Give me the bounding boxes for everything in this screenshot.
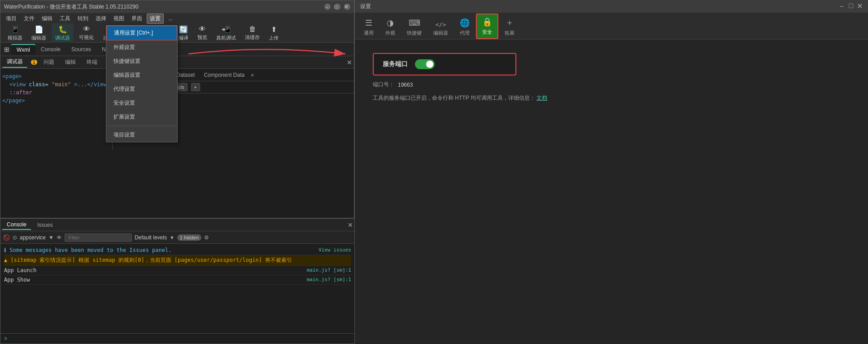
sec-tab-edit[interactable]: 编辑 xyxy=(61,57,80,67)
service-port-toggle[interactable] xyxy=(415,59,435,69)
console-line-4-source[interactable]: main.js? [sm]:1 xyxy=(307,277,351,282)
dropdown-item-appearance[interactable]: 外观设置 xyxy=(106,40,177,54)
menu-tools[interactable]: 工具 xyxy=(57,14,73,23)
shortcuts-icon: ⌨ xyxy=(409,18,420,28)
settings-tab-proxy[interactable]: 🌐 代理 xyxy=(454,15,475,39)
settings-dropdown-menu: 通用设置 [Ctrl+,] 外观设置 快捷键设置 编辑器设置 代理设置 安全设置… xyxy=(106,25,178,142)
dropdown-item-general[interactable]: 通用设置 [Ctrl+,] xyxy=(106,26,177,40)
menu-interface[interactable]: 界面 xyxy=(129,14,145,23)
menu-project[interactable]: 项目 xyxy=(3,14,19,23)
settings-tab-shortcuts[interactable]: ⌨ 快捷键 xyxy=(401,15,427,39)
console-area: Console Issues ✕ 🚫 ⊙ appservice ▼ 👁 Defa… xyxy=(0,218,355,344)
tab-sources[interactable]: Sources xyxy=(66,44,96,54)
styles-tab-component[interactable]: Component Data xyxy=(199,71,249,79)
sec-tab-debugger[interactable]: 调试器 xyxy=(2,57,27,68)
settings-maximize-btn[interactable]: □ xyxy=(849,2,853,11)
console-prompt: > xyxy=(4,335,7,342)
panel-close-button[interactable]: ✕ xyxy=(347,59,352,66)
settings-window-controls: － □ ✕ xyxy=(838,2,863,11)
console-gear-icon[interactable]: ⚙ xyxy=(204,234,209,241)
minimize-button[interactable]: － xyxy=(324,4,331,10)
console-line-3-source[interactable]: main.js? [sm]:1 xyxy=(307,267,351,273)
toolbar-editor[interactable]: 📄 编辑器 xyxy=(28,23,50,43)
settings-tab-extensions[interactable]: ＋ 拓展 xyxy=(499,14,520,39)
console-input[interactable] xyxy=(11,335,351,342)
menu-view[interactable]: 视图 xyxy=(111,14,127,23)
sec-tab-terminal[interactable]: 终端 xyxy=(82,57,102,67)
menu-select[interactable]: 选择 xyxy=(93,14,109,23)
settings-minimize-btn[interactable]: － xyxy=(838,2,845,11)
title-bar-left: WaterPurification - 微信开发者工具 Stable 1.05.… xyxy=(4,3,139,11)
dropdown-item-proxy[interactable]: 代理设置 xyxy=(106,82,177,96)
console-close-button[interactable]: ✕ xyxy=(348,221,353,229)
compile-icon: 🔄 xyxy=(179,25,188,34)
console-network-icon[interactable]: ⊙ xyxy=(13,234,17,241)
toolbar-simulator[interactable]: 📱 模拟器 xyxy=(4,23,26,43)
console-visibility-icon[interactable]: 👁 xyxy=(57,234,62,241)
security-icon: 🔒 xyxy=(482,17,492,27)
dropdown-item-extensions[interactable]: 扩展设置 xyxy=(106,110,177,124)
real-device-icon: 📲 xyxy=(222,25,231,34)
dropdown-item-editor[interactable]: 编辑器设置 xyxy=(106,68,177,82)
service-port-section: 服务端口 端口号： 19663 工具的服务端口已开启，命令行和 HTTP 均可调… xyxy=(373,53,850,102)
tree-item-after[interactable]: ::after xyxy=(2,88,110,97)
simulator-icon: 📱 xyxy=(11,25,20,34)
dropdown-item-security[interactable]: 安全设置 xyxy=(106,96,177,110)
settings-tab-editor[interactable]: </> 编辑器 xyxy=(428,18,454,39)
tab-toggle-btn[interactable]: ⊞ xyxy=(2,45,11,54)
settings-close-btn[interactable]: ✕ xyxy=(857,2,863,11)
settings-tab-security[interactable]: 🔒 安全 xyxy=(476,13,498,39)
toolbar-real-device[interactable]: 📲 真机调试 xyxy=(213,23,240,43)
menu-file[interactable]: 文件 xyxy=(21,14,37,23)
console-line-2: ▲ [sitemap 索引情况提示] 根据 sitemap 的规则[0]，当前页… xyxy=(4,255,351,266)
settings-tab-appearance[interactable]: ◑ 外观 xyxy=(380,15,401,39)
console-dropdown-icon[interactable]: ▼ xyxy=(48,234,54,241)
console-filter-input[interactable] xyxy=(65,234,132,242)
tree-item-page[interactable]: <page> xyxy=(2,72,110,80)
doc-link[interactable]: 文档 xyxy=(537,95,547,101)
toolbar-upload[interactable]: ⬆ 上传 xyxy=(265,23,282,43)
title-bar: WaterPurification - 微信开发者工具 Stable 1.05.… xyxy=(0,0,354,13)
console-clear-icon[interactable]: 🚫 xyxy=(3,234,10,241)
port-number-row: 端口号： 19663 xyxy=(373,81,850,88)
settings-content-area: 服务端口 端口号： 19663 工具的服务端口已开启，命令行和 HTTP 均可调… xyxy=(355,40,868,344)
debugger-icon: 🐛 xyxy=(58,25,67,34)
port-number-label: 端口号： xyxy=(373,81,394,88)
tree-item-view[interactable]: <view class= "main" >...</view> xyxy=(2,80,110,88)
console-tab-issues[interactable]: Issues xyxy=(33,221,57,229)
console-service-label: appservice xyxy=(20,234,46,241)
debugger-badge: 1 xyxy=(31,60,37,65)
styles-add-button[interactable]: + xyxy=(191,83,200,91)
general-icon: ☰ xyxy=(365,18,372,28)
maximize-button[interactable]: □ xyxy=(334,4,340,10)
menu-settings[interactable]: 设置 xyxy=(147,13,164,24)
tree-item-page-close[interactable]: </page> xyxy=(2,97,110,105)
sec-tab-issues[interactable]: 问题 xyxy=(39,57,59,67)
dropdown-item-shortcuts[interactable]: 快捷键设置 xyxy=(106,54,177,68)
settings-tab-general[interactable]: ☰ 通用 xyxy=(358,15,379,39)
tab-console[interactable]: Console xyxy=(35,44,66,54)
dropdown-item-project[interactable]: 项目设置 xyxy=(106,128,177,142)
proxy-icon: 🌐 xyxy=(460,18,470,28)
menu-more[interactable]: ... xyxy=(166,14,175,22)
close-button[interactable]: ✕ xyxy=(344,4,350,10)
toolbar-debugger[interactable]: 🐛 调试器 xyxy=(52,23,74,43)
element-tree-panel: <page> <view class= "main" >...</view> :… xyxy=(0,69,113,150)
visualize-icon: 👁 xyxy=(83,25,90,33)
console-content: ℹ Some messages have been moved to the I… xyxy=(0,244,355,333)
menu-edit[interactable]: 编辑 xyxy=(39,14,55,23)
styles-more-btn[interactable]: » xyxy=(249,72,256,78)
tab-wxml[interactable]: Wxml xyxy=(11,44,35,55)
console-level-select[interactable]: Default levels xyxy=(135,234,167,241)
toolbar-clear-cache[interactable]: 🗑 清缓存 xyxy=(241,23,263,43)
settings-title: 设置 xyxy=(360,3,371,10)
settings-window: 设置 － □ ✕ ☰ 通用 ◑ 外观 ⌨ 快捷键 </> 编辑器 🌐 代理 🔒 xyxy=(354,0,868,344)
console-tab-console[interactable]: Console xyxy=(2,220,31,230)
console-line-4: App Show main.js? [sm]:1 xyxy=(4,275,351,285)
menu-goto[interactable]: 转到 xyxy=(75,14,91,23)
toolbar-preview[interactable]: 👁 预览 xyxy=(194,23,211,43)
console-line-1: ℹ Some messages have been moved to the I… xyxy=(4,246,351,255)
view-issues-link[interactable]: View issues xyxy=(318,247,351,253)
toolbar-visualize[interactable]: 👁 可视化 xyxy=(75,23,97,43)
service-port-label: 服务端口 xyxy=(383,60,408,68)
